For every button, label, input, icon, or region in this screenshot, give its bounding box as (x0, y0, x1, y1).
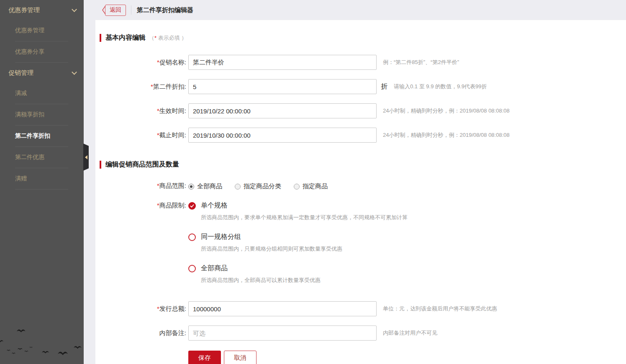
field-label: *商品范围: (100, 182, 186, 190)
start-time-input[interactable] (188, 103, 377, 118)
sidebar-item-coupon-management[interactable]: 优惠券管理 (15, 20, 68, 41)
sidebar-item-label: 满额享折扣 (15, 111, 44, 118)
radio-specified-category[interactable]: 指定商品分类 (235, 182, 281, 190)
back-button-label: 返回 (105, 5, 126, 16)
sidebar-item-full-reduction[interactable]: 满减 (15, 83, 68, 104)
form-row-promo-name: *促销名称: 例：“第二件85折”、“第2件半价” (100, 55, 626, 70)
limit-option-single-spec: 单个规格 所选商品范围内，要求单个规格累加满一定数量才可享受优惠，不同规格不可累… (188, 201, 408, 221)
required-note: （* 表示必填 ） (149, 34, 187, 42)
field-label: *发行总额: (100, 305, 186, 313)
form-row-second-discount: *第二件折扣: 折 请输入0.1 至 9.9 的数值，9.9代表99折 (100, 79, 626, 94)
sidebar-item-label: 第二件优惠 (15, 154, 44, 161)
form-row-end-time: *截止时间: 24小时制，精确到时分秒，例：2019/08/08 08:08:0… (100, 128, 626, 143)
sidebar-collapse-handle[interactable] (83, 144, 89, 171)
field-hint: 单位：元，达到该金额后用户将不能享受此优惠 (383, 305, 497, 313)
radio-all-goods[interactable]: 全部商品 (188, 182, 222, 190)
sidebar-item-label: 满赠 (15, 175, 27, 182)
field-label: 内部备注: (100, 329, 186, 337)
sidebar-item-second-item-offer[interactable]: 第二件优惠 (15, 147, 68, 168)
second-discount-input[interactable] (188, 79, 377, 94)
discount-unit-suffix: 折 (381, 82, 387, 91)
sidebar-item-second-item-discount[interactable]: 第二件享折扣 (15, 126, 68, 147)
total-amount-input[interactable] (188, 301, 377, 316)
sidebar-item-label: 第二件享折扣 (15, 132, 50, 140)
sidebar-group-label: 优惠券管理 (8, 6, 72, 14)
form-row-goods-scope: *商品范围: 全部商品 指定商品分类 指定商品 (100, 182, 626, 190)
page-header: 返回 第二件享折扣编辑器 (84, 0, 626, 20)
promo-name-input[interactable] (188, 55, 377, 70)
back-button[interactable]: 返回 (101, 4, 126, 16)
field-hint: 内部备注对用户不可见 (383, 329, 437, 337)
section-marker-bar (100, 34, 101, 42)
limit-option-description: 所选商品范围内，只要规格分组相同则可累加数量享受优惠 (201, 245, 408, 253)
radio-specified-goods[interactable]: 指定商品 (294, 182, 328, 190)
field-label: *商品限制: (100, 201, 186, 210)
limit-option-description: 所选商品范围内，要求单个规格累加满一定数量才可享受优惠，不同规格不可累加计算 (201, 214, 408, 221)
radio-unselected-icon (294, 184, 300, 190)
section-title: 编辑促销商品范围及数量 (105, 160, 179, 169)
limit-option-same-spec-group: 同一规格分组 所选商品范围内，只要规格分组相同则可累加数量享受优惠 (188, 233, 408, 253)
sidebar-item-label: 满减 (15, 90, 27, 97)
field-hint: 24小时制，精确到时分秒，例：2019/08/08 08:08:08 (383, 107, 510, 115)
limit-option-description: 所选商品范围内，全部商品可以累计数量享受优惠 (201, 277, 408, 284)
radio-selected-icon (188, 184, 194, 190)
main-area: 返回 第二件享折扣编辑器 基本内容编辑 （* 表示必填 ） *促销名称: 例：“… (84, 0, 626, 364)
sidebar-item-label: 优惠券分享 (15, 48, 44, 56)
chevron-down-icon (72, 69, 77, 75)
field-label: *截止时间: (100, 131, 186, 139)
field-hint: 24小时制，精确到时分秒，例：2019/08/08 08:08:08 (383, 131, 510, 139)
section-title: 基本内容编辑 (105, 33, 146, 42)
field-hint: 请输入0.1 至 9.9 的数值，9.9代表99折 (394, 83, 487, 90)
sidebar-item-label: 优惠券管理 (15, 27, 44, 34)
radio-unchecked-icon (188, 265, 196, 272)
collapse-arrow-icon (85, 155, 87, 159)
form-row-goods-limit: *商品限制: 单个规格 所选商品范围内，要求单个规格累加满一定数量才可享受优惠，… (100, 201, 626, 295)
internal-remark-input[interactable] (188, 326, 377, 341)
limit-option-same-spec-group-radio[interactable]: 同一规格分组 (188, 233, 408, 241)
form-actions: 保存 取消 (188, 351, 626, 364)
flying-birds-icon (0, 316, 84, 364)
field-label: *生效时间: (100, 107, 186, 115)
sidebar-item-coupon-share[interactable]: 优惠券分享 (15, 41, 68, 63)
form-row-start-time: *生效时间: 24小时制，精确到时分秒，例：2019/08/08 08:08:0… (100, 103, 626, 118)
form-row-total-amount: *发行总额: 单位：元，达到该金额后用户将不能享受此优惠 (100, 301, 626, 316)
page-title: 第二件享折扣编辑器 (137, 6, 193, 14)
radio-unchecked-icon (188, 233, 196, 241)
goods-scope-radio-group: 全部商品 指定商品分类 指定商品 (188, 182, 340, 190)
sidebar: 优惠券管理 优惠券管理 优惠券分享 促销管理 满减 满额享折扣 第二件享折扣 第… (0, 0, 84, 364)
chevron-down-icon (72, 7, 77, 12)
limit-option-all-goods-radio[interactable]: 全部商品 (188, 264, 408, 273)
editor-card: 基本内容编辑 （* 表示必填 ） *促销名称: 例：“第二件85折”、“第2件半… (95, 20, 626, 364)
limit-option-all-goods: 全部商品 所选商品范围内，全部商品可以累计数量享受优惠 (188, 264, 408, 284)
sidebar-item-full-amount-discount[interactable]: 满额享折扣 (15, 104, 68, 126)
save-button[interactable]: 保存 (188, 351, 221, 364)
sidebar-group-coupon-management[interactable]: 优惠券管理 (0, 0, 84, 20)
header-divider (131, 5, 131, 15)
section-basic-content: 基本内容编辑 （* 表示必填 ） (100, 33, 626, 42)
sidebar-group-label: 促销管理 (8, 69, 72, 77)
end-time-input[interactable] (188, 128, 377, 143)
field-hint: 例：“第二件85折”、“第2件半价” (383, 59, 459, 66)
limit-option-single-spec-radio[interactable]: 单个规格 (188, 201, 408, 210)
section-marker-bar (100, 161, 101, 169)
radio-checked-icon (188, 202, 196, 210)
field-label: *第二件折扣: (100, 83, 186, 91)
cancel-button[interactable]: 取消 (224, 351, 257, 364)
field-label: *促销名称: (100, 59, 186, 67)
goods-limit-radio-group: 单个规格 所选商品范围内，要求单个规格累加满一定数量才可享受优惠，不同规格不可累… (188, 201, 408, 295)
sidebar-group-promotion-management[interactable]: 促销管理 (0, 63, 84, 83)
sidebar-item-full-gift[interactable]: 满赠 (15, 168, 68, 190)
radio-unselected-icon (235, 184, 241, 190)
section-goods-scope: 编辑促销商品范围及数量 (100, 160, 626, 169)
form-row-internal-remark: 内部备注: 内部备注对用户不可见 (100, 326, 626, 341)
